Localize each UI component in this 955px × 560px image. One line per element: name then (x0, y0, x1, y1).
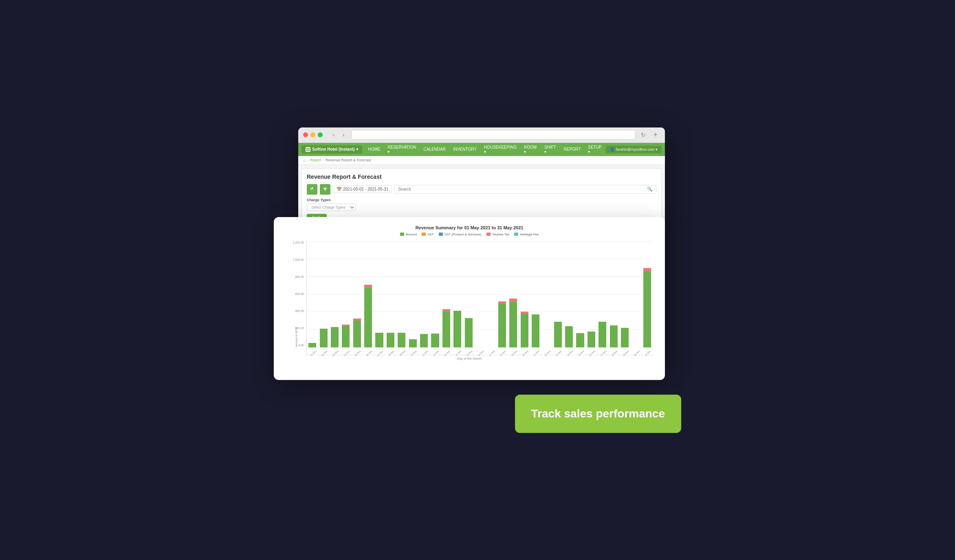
x-axis-label: 01 May (310, 349, 317, 356)
bar-group: 16 May (474, 241, 485, 355)
bar-group: 26 May (586, 241, 597, 355)
bar-group: 08 May (385, 241, 396, 355)
nav-item-reservation[interactable]: RESERVATION ▾ (384, 143, 419, 156)
breadcrumb-report-link[interactable]: Report (310, 158, 321, 162)
y-axis-title: Amount in MYR (295, 241, 298, 347)
refresh-button[interactable] (307, 184, 317, 195)
x-axis-label: 10 May (410, 349, 417, 356)
y-label-1000: 1,000.00 (293, 258, 304, 261)
x-axis-label: 20 May (522, 349, 529, 356)
legend-amount-label: Amount (406, 233, 417, 236)
reload-button[interactable]: ↻ (639, 130, 648, 139)
x-axis-label: 16 May (477, 349, 484, 356)
chart-legend: Amount SST SST (Product & Services) Tour… (286, 233, 653, 236)
filter-row: 📅 2021-05-01 - 2021-05-31 🔍 (307, 184, 656, 195)
x-axis-label: 22 May (544, 349, 551, 356)
nav-item-report[interactable]: REPORT (561, 143, 584, 156)
bar-group: 19 May (508, 241, 519, 355)
x-axis-label: 21 May (533, 349, 540, 356)
minimize-button[interactable] (310, 132, 315, 137)
bar-group: 04 May (340, 241, 351, 355)
url-bar[interactable] (351, 130, 636, 140)
browser-titlebar: ‹ › ↻ + (298, 127, 665, 143)
search-button[interactable]: 🔍 (647, 187, 653, 192)
charge-types-select[interactable]: Select Charge Types (307, 204, 356, 211)
bar-group: 09 May (396, 241, 407, 355)
legend-amount-color (400, 233, 404, 236)
x-axis-label: 26 May (589, 349, 596, 356)
legend-heritage-color (514, 233, 518, 236)
bar-group: 23 May (552, 241, 563, 355)
nav-item-shift[interactable]: SHIFT ▾ (541, 143, 560, 156)
nav-item-housekeeping[interactable]: HOUSEKEEPING ▾ (481, 143, 520, 156)
bar-group: 31 May (642, 241, 653, 355)
x-axis-label: 17 May (489, 349, 495, 356)
x-axis-label: 13 May (444, 349, 451, 356)
x-axis-label: 06 May (365, 349, 372, 356)
search-box[interactable]: 🔍 (394, 185, 656, 193)
nav-item-home[interactable]: HOME (365, 143, 383, 156)
nav-item-setup[interactable]: SETUP ▾ (585, 143, 605, 156)
bar-group: 30 May (630, 241, 641, 355)
chart-card: Revenue Summary for 01 May 2021 to 31 Ma… (274, 217, 665, 380)
search-input[interactable] (398, 187, 647, 191)
nav-arrows: ‹ › (329, 130, 348, 139)
bar-group: 17 May (485, 241, 496, 355)
legend-tourism: Tourism Tax (486, 233, 510, 236)
forward-button[interactable]: › (339, 130, 348, 139)
cta-card: Track sales performance (515, 395, 681, 433)
user-menu-button[interactable]: 👤 farahin@mysoftinn.com ▾ (606, 146, 662, 153)
breadcrumb-separator-1: › (307, 158, 308, 162)
back-button[interactable]: ‹ (329, 130, 338, 139)
calendar-icon: 📅 (337, 187, 341, 191)
x-axis-title: Day of the Month (286, 357, 653, 360)
legend-heritage: Heritage Fee (514, 233, 539, 236)
x-axis-label: 09 May (399, 349, 406, 356)
home-icon[interactable]: ⌂ (303, 158, 306, 163)
x-axis-label: 23 May (555, 349, 562, 356)
breadcrumb-separator-2: › (323, 158, 324, 162)
nav-item-calendar[interactable]: CALENDAR (420, 143, 449, 156)
x-axis-label: 08 May (388, 349, 395, 356)
bar-group: 03 May (329, 241, 340, 355)
nav-item-inventory[interactable]: INVENTORY (450, 143, 480, 156)
nav-menu: HOME RESERVATION ▾ CALENDAR INVENTORY HO… (365, 143, 605, 156)
brand-button[interactable]: Softinn Hotel (Instant) ▾ (301, 145, 362, 154)
chart-body: Amount in MYR 01 May02 May03 May04 May05… (306, 241, 653, 355)
filter-button[interactable] (320, 184, 330, 195)
x-axis-label: 03 May (332, 349, 339, 356)
x-axis-label: 31 May (645, 349, 651, 356)
x-axis-label: 29 May (622, 349, 629, 356)
brand-icon (306, 147, 310, 152)
bar-group: 13 May (441, 241, 452, 355)
bar-group: 27 May (597, 241, 608, 355)
x-axis-label: 27 May (600, 349, 607, 356)
charge-types-label: Charge Types (307, 198, 656, 202)
legend-sst-label: SST (427, 233, 434, 236)
nav-item-room[interactable]: ROOM ▾ (521, 143, 540, 156)
legend-heritage-label: Heritage Fee (520, 233, 539, 236)
x-axis-label: 12 May (433, 349, 440, 356)
bar-group: 06 May (363, 241, 374, 355)
bars-render: 01 May02 May03 May04 May05 May06 May07 M… (306, 241, 653, 355)
date-range-value: 2021-05-01 - 2021-05-31 (343, 187, 388, 191)
bar-group: 12 May (429, 241, 440, 355)
breadcrumb-current: Revenue Report & Forecast (326, 158, 371, 162)
x-axis-label: 24 May (566, 349, 573, 356)
y-label-1200: 1,200.00 (293, 241, 304, 244)
x-axis-label: 02 May (321, 349, 328, 356)
date-range-input[interactable]: 📅 2021-05-01 - 2021-05-31 (333, 185, 392, 193)
bar-group: 01 May (307, 241, 318, 355)
x-axis-label: 04 May (343, 349, 350, 356)
maximize-button[interactable] (318, 132, 323, 137)
new-tab-button[interactable]: + (651, 130, 660, 139)
brand-label: Softinn Hotel (Instant) (312, 147, 354, 152)
bar-group: 29 May (619, 241, 630, 355)
app-navbar: Softinn Hotel (Instant) ▾ HOME RESERVATI… (298, 143, 665, 156)
close-button[interactable] (303, 132, 308, 137)
x-axis-label: 25 May (578, 349, 585, 356)
legend-sst-ps-color (439, 233, 443, 236)
x-axis-label: 11 May (421, 349, 428, 356)
y-label-0: 0.00 (298, 344, 304, 347)
x-axis-label: 05 May (354, 349, 361, 356)
